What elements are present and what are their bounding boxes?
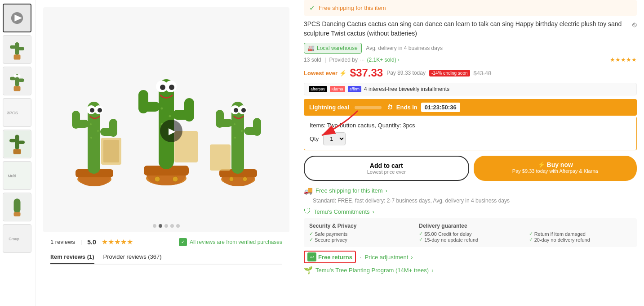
tab-item-reviews[interactable]: Item reviews (1) <box>50 251 94 264</box>
svg-point-59 <box>169 115 171 117</box>
svg-rect-6 <box>18 47 24 50</box>
svg-rect-19 <box>9 139 16 143</box>
commitments-row[interactable]: 🛡 Temu's Commitments › <box>304 207 637 216</box>
add-cart-sub: Lowest price ever <box>310 169 463 175</box>
svg-text:Multi: Multi <box>8 174 16 178</box>
shipping-top-banner: ✓ Free shipping for this item <box>304 0 637 16</box>
thumbnail-0[interactable] <box>3 4 31 32</box>
commitments-arrow: › <box>373 208 374 215</box>
product-main-image <box>43 7 289 232</box>
qty-select[interactable]: 1 2 3 <box>323 132 346 145</box>
damage-col: - Return if item damaged 20-day no deliv… <box>529 223 631 243</box>
price-adj-label: Price adjustment <box>365 254 409 261</box>
svg-point-76 <box>241 130 243 132</box>
buy-now-button[interactable]: ⚡ Buy now Pay $9.33 today with Afterpay … <box>474 156 637 181</box>
price-adjustment-row[interactable]: Price adjustment › <box>365 254 413 261</box>
product-detail-panel: ✓ Free shipping for this item 3PCS Danci… <box>297 0 644 306</box>
arrow-right-icon: › <box>386 187 387 194</box>
thumbnail-3[interactable]: 3PCS <box>3 98 31 127</box>
items-label: Items: <box>310 122 325 129</box>
tree-icon: 🌱 <box>304 266 313 274</box>
security-item1: Safe payments <box>309 231 412 237</box>
thumbnail-2[interactable] <box>3 67 31 95</box>
cactus-right <box>207 61 270 196</box>
svg-rect-25 <box>14 198 21 213</box>
free-returns-row: ↩ Free returns · Price adjustment › <box>304 251 637 263</box>
affirm-logo: affirm <box>348 86 361 92</box>
verified-icon: ✓ <box>179 238 187 246</box>
reviews-rating: 5.0 <box>87 238 96 246</box>
thumbnail-5[interactable]: Multi <box>3 161 31 190</box>
svg-rect-26 <box>14 212 21 216</box>
dot-4[interactable] <box>170 224 174 228</box>
thumbnail-1[interactable] <box>3 35 31 64</box>
security-title: Security & Privacy <box>309 223 412 229</box>
free-shipping-row[interactable]: 🚚 Free shipping for this item › <box>304 186 637 195</box>
free-returns-icon: ↩ <box>307 252 316 261</box>
installments-text: 4 interest-free biweekly installments <box>364 86 449 92</box>
items-value: Two-button cactus, Quantity: 3pcs <box>327 122 415 129</box>
svg-rect-70 <box>253 118 261 136</box>
thumbnail-4[interactable] <box>3 130 31 158</box>
sold-count: 13 sold <box>304 57 321 63</box>
security-item2: Secure privacy <box>309 237 412 243</box>
product-stars: ★★★★★ <box>610 56 637 63</box>
provided-by: Provided by <box>329 57 358 63</box>
svg-rect-7 <box>14 54 21 59</box>
svg-rect-20 <box>18 141 25 144</box>
svg-point-77 <box>234 137 236 139</box>
svg-point-74 <box>241 108 246 112</box>
svg-rect-51 <box>138 90 148 113</box>
main-image-area: 1 reviews | 5.0 ★★★★★ ✓ All reviews are … <box>36 0 297 306</box>
delivery-col: Delivery guarantee $5.00 Credit for dela… <box>419 223 521 243</box>
price-adj-arrow: › <box>411 254 413 261</box>
video-play-button[interactable] <box>160 120 182 142</box>
shield-icon: 🛡 <box>304 207 311 216</box>
lightning-icon: ⚡ <box>339 70 346 76</box>
svg-point-48 <box>173 176 178 182</box>
add-to-cart-button[interactable]: Add to cart Lowest price ever <box>304 156 469 181</box>
commitments-label: Temu's Commitments <box>314 208 370 215</box>
dot-1[interactable] <box>153 224 156 228</box>
commitments-grid: Security & Privacy Safe payments Secure … <box>304 218 637 247</box>
price-row: Lowest ever ⚡ $37.33 Pay $9.33 today -14… <box>304 67 637 79</box>
installments-row: afterpay Klarna affirm 4 interest-free b… <box>304 83 637 95</box>
check-icon: ✓ <box>309 4 315 12</box>
share-icon[interactable]: ⎋ <box>632 19 637 30</box>
review-tabs: Item reviews (1) Provider reviews (367) <box>50 251 282 265</box>
svg-point-40 <box>90 123 92 125</box>
cactus-center <box>130 43 202 196</box>
svg-rect-68 <box>216 110 224 128</box>
svg-point-39 <box>98 108 102 112</box>
badge-ending: -14% ending soon <box>429 70 470 76</box>
verified-text: All reviews are from verified purchases <box>190 239 282 245</box>
svg-point-38 <box>90 108 94 112</box>
delivery-estimate: Avg. delivery in 4 business days <box>366 45 443 51</box>
thumbnail-6[interactable] <box>3 193 31 221</box>
warehouse-icon: 🏭 <box>308 45 315 51</box>
free-returns-box[interactable]: ↩ Free returns <box>304 251 356 263</box>
lightning-deal-banner: Lightning deal ⏱ Ends in 01:23:50:36 <box>304 99 637 116</box>
svg-point-75 <box>234 123 235 125</box>
tab-provider-reviews[interactable]: Provider reviews (367) <box>103 251 162 264</box>
thumbnail-7[interactable]: Group <box>3 224 31 253</box>
dot-3[interactable] <box>164 224 168 228</box>
svg-point-65 <box>243 177 247 181</box>
free-returns-label: Free returns <box>318 254 352 261</box>
delivery-item3: Return if item damaged <box>529 231 631 237</box>
countdown-timer: 01:23:50:36 <box>421 103 460 112</box>
planting-arrow: › <box>431 267 433 274</box>
svg-point-42 <box>90 137 92 139</box>
security-col: Security & Privacy Safe payments Secure … <box>309 223 412 243</box>
thumbnail-sidebar: 3PCS Multi Gro <box>0 0 36 306</box>
dot-5[interactable] <box>176 224 180 228</box>
svg-rect-53 <box>184 98 194 122</box>
planting-row[interactable]: 🌱 Temu's Tree Planting Program (14M+ tre… <box>304 266 637 274</box>
svg-rect-44 <box>103 140 119 162</box>
svg-text:Group: Group <box>9 237 19 241</box>
dot-2[interactable] <box>159 224 162 228</box>
svg-point-57 <box>169 85 174 90</box>
lowest-ever-label: Lowest ever ⚡ <box>304 70 346 76</box>
svg-point-64 <box>229 177 234 181</box>
svg-rect-11 <box>18 78 24 82</box>
